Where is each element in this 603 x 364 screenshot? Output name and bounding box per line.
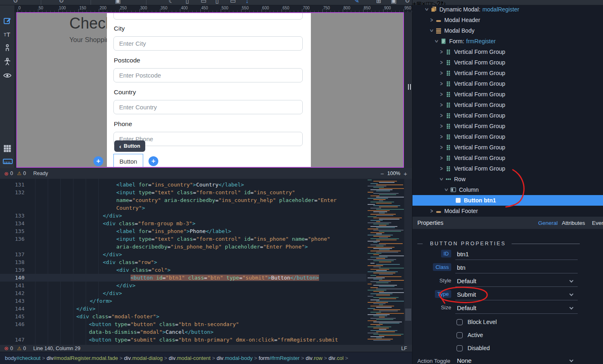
undo-icon[interactable]: ↺ [13,0,18,4]
breadcrumb-token[interactable]: div [124,355,131,361]
tablet-icon[interactable]: ▭ [201,0,206,4]
tab-attributes[interactable]: Attributes [562,220,585,226]
tree-item-vertical-form-group[interactable]: >Vertical Form Group [412,110,603,121]
redo-icon[interactable]: ↻ [59,0,64,4]
tree-item-modal-body[interactable]: >Modal Body [412,25,603,36]
tree-item-vertical-form-group[interactable]: >Vertical Form Group [412,153,603,163]
checkbox-active[interactable] [457,332,463,338]
field-input-country[interactable]: Enter Country [113,100,303,114]
breadcrumb-token[interactable]: #modalRegister.modal.fade [53,355,118,361]
tree-item-row[interactable]: >Row [412,174,603,184]
caret-expanded-icon[interactable]: > [423,7,430,12]
caret-collapsed-icon[interactable]: > [439,112,444,119]
dark-mode-icon[interactable]: ☾ [168,0,174,4]
code-line-wrap[interactable]: name="country" aria-describedby="ins_cou… [0,196,366,204]
edit-icon[interactable] [3,16,12,25]
dom-breadcrumb[interactable]: body#checkout > div#modalRegister.modal.… [0,352,412,364]
caret-collapsed-icon[interactable]: > [439,133,444,140]
breadcrumb-token[interactable]: .col [335,355,344,361]
tree-item-vertical-form-group[interactable]: >Vertical Form Group [412,142,603,153]
tree-item-vertical-form-group[interactable]: >Vertical Form Group [412,57,603,68]
tree-item-vertical-form-group[interactable]: >Vertical Form Group [412,131,603,142]
breadcrumb-token[interactable]: .modal-content [175,355,211,361]
phone-icon[interactable]: ▯ [186,0,189,4]
input-partial-top[interactable] [113,12,303,20]
snippets-icon[interactable]: ▣ [391,0,397,4]
add-before-button[interactable]: + [93,156,103,166]
tree-item-button-btn1[interactable]: Button btn1 [412,195,603,206]
breadcrumb-token[interactable]: form [259,355,269,361]
select-type[interactable]: Submit [455,289,578,300]
selected-button-element[interactable]: Button [113,154,143,168]
text-icon[interactable]: TT [3,30,12,39]
caret-expanded-icon[interactable]: > [443,187,450,193]
code-line-142[interactable]: 142</div> [0,289,366,297]
breadcrumb-token[interactable]: div [169,355,176,361]
input-id[interactable]: btn1 [455,249,578,260]
tree-item-modal-header[interactable]: >Modal Header [412,15,603,25]
code-line-139[interactable]: 139<div class="col"> [0,266,366,274]
laptop-icon[interactable]: ▭ [230,0,236,4]
download-icon[interactable]: ↓ [246,0,249,4]
code-line-133[interactable]: 133</div> [0,212,366,220]
caret-collapsed-icon[interactable]: > [439,123,444,129]
zoom-in-button[interactable]: + [403,170,407,177]
tree-item-vertical-form-group[interactable]: >Vertical Form Group [412,100,603,110]
code-line-141[interactable]: 141</div> [0,282,366,289]
breadcrumb-token[interactable]: div [47,355,53,361]
code-line-147[interactable]: 147<button type="submit" class="btn btn-… [0,336,366,344]
tree-item-vertical-form-group[interactable]: >Vertical Form Group [412,47,603,57]
code-line-134[interactable]: 134<div class="form-group mb-3"> [0,220,366,227]
breadcrumb-token[interactable]: .row [313,355,323,361]
checkbox-disabled[interactable] [457,345,463,351]
caret-collapsed-icon[interactable]: > [439,165,444,172]
tab-events[interactable]: Events [592,220,603,226]
panel-splitter-handle[interactable] [406,83,412,91]
grid-icon[interactable] [3,144,12,153]
caret-expanded-icon[interactable]: > [438,176,445,182]
input-class[interactable]: btn [455,262,578,273]
tree-item-vertical-form-group[interactable]: >Vertical Form Group [412,89,603,100]
format-icon[interactable]: ✎ [354,0,359,4]
caret-collapsed-icon[interactable]: > [439,102,444,108]
select-style[interactable]: Default [455,276,578,287]
add-after-button[interactable]: + [149,156,158,166]
breadcrumb-token[interactable]: div [328,355,335,361]
tree-item-form-frmregister[interactable]: >Form:frmRegister [412,36,603,47]
breadcrumb-token[interactable]: #frmRegister [269,355,299,361]
code-line-140[interactable]: 140<button id="btn1" class="btn" type="s… [0,274,366,282]
caret-collapsed-icon[interactable]: > [439,59,444,66]
code-line-137[interactable]: 137</div> [0,251,366,258]
user-info-icon[interactable] [3,43,12,52]
panels-icon[interactable]: ⊞ [376,0,381,4]
tab-general[interactable]: General [538,220,558,226]
tree-item-vertical-form-group[interactable]: >Vertical Form Group [412,68,603,78]
ruler-icon[interactable] [3,159,12,168]
code-line-wrap[interactable]: aria-describedby="ins_phone_help" placeh… [0,243,366,251]
field-input-city[interactable]: Enter City [113,36,303,51]
caret-collapsed-icon[interactable]: > [439,155,444,161]
field-input-postcode[interactable]: Enter Postcode [113,68,303,82]
code-scrollbar[interactable] [404,179,412,345]
code-line-wrap[interactable]: data-bs-dismiss="modal">Cancel</button> [0,328,366,336]
tree-item-modal-footer[interactable]: >Modal Footer [412,206,603,216]
breadcrumb-token[interactable]: .modal-body [224,355,253,361]
breadcrumb-token[interactable]: .modal-dialog [131,355,163,361]
action-toggle-select[interactable]: None [455,355,578,364]
code-line-136[interactable]: 136<input type="text" class="form-contro… [0,235,366,243]
zoom-out-button[interactable]: − [380,170,384,177]
code-line-145[interactable]: 145<div class="modal-footer"> [0,313,366,320]
tree-item-vertical-form-group[interactable]: >Vertical Form Group [412,163,603,174]
breadcrumb-token[interactable]: div [306,355,313,361]
code-line-146[interactable]: 146<button type="button" class="btn btn-… [0,320,366,328]
caret-collapsed-icon[interactable]: > [439,91,444,98]
caret-collapsed-icon[interactable]: > [439,80,444,87]
breadcrumb-token[interactable]: #checkout [16,355,40,361]
caret-collapsed-icon[interactable]: > [439,70,444,76]
code-line-132[interactable]: 132<input type="text" class="form-contro… [0,189,366,196]
caret-expanded-icon[interactable]: > [433,38,440,44]
breadcrumb-token[interactable]: div [217,355,224,361]
code-line-wrap[interactable]: Country"> [0,204,366,212]
caret-collapsed-icon[interactable]: > [429,208,435,214]
accessibility-icon[interactable] [3,57,12,66]
